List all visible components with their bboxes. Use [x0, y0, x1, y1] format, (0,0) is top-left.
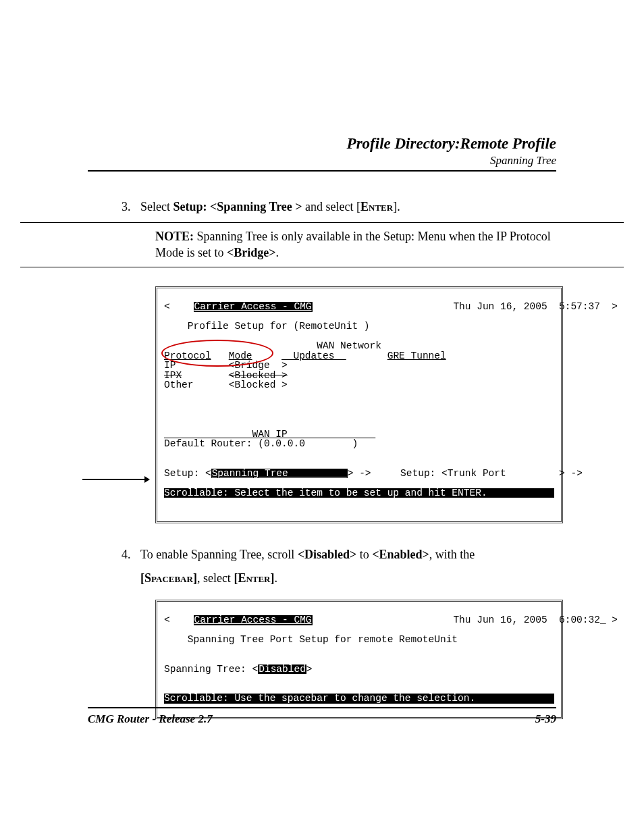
term-wanip-row: Default Router: (0.0.0.0 ) [164, 438, 358, 449]
term-angle: < [164, 301, 170, 312]
note-text: Spanning Tree is only available in the S… [155, 230, 551, 259]
header-subtitle: Spanning Tree [88, 154, 556, 167]
step-text: . [275, 571, 278, 585]
step-enabled: <Enabled> [372, 548, 429, 561]
header-rule [88, 170, 556, 172]
term-timestamp: Thu Jun 16, 2005 6:00:32_ [453, 615, 606, 625]
footer-left: CMG Router - Release 2.7 [88, 712, 213, 726]
term-cell: Other [164, 380, 194, 390]
step-4: 4.To enable Spanning Tree, scroll <Disab… [122, 546, 556, 563]
terminal-2: < Carrier Access - CMG Thu Jun 16, 2005 … [155, 600, 563, 720]
term-setup-post: > -> [348, 468, 371, 479]
arrow-pointer-icon [82, 474, 150, 475]
note-label: NOTE: [155, 230, 194, 243]
step-text: Select [140, 200, 173, 213]
term-line: Profile Setup for (RemoteUnit ) [164, 321, 370, 332]
term-line: Spanning Tree Port Setup for remote Remo… [164, 634, 458, 645]
term-status: Scrollable: Select the item to be set up… [164, 488, 487, 498]
enter-key: Enter [238, 571, 270, 585]
step-number: 3. [122, 199, 140, 215]
step-4-line2: [Spacebar], select [Enter]. [140, 570, 556, 587]
term-setup-label: Setup: < [164, 468, 211, 479]
term-title: Carrier Access - CMG [194, 615, 313, 625]
page-header: Profile Directory:Remote Profile Spannin… [88, 135, 556, 172]
spacebar-key: Spacebar [144, 571, 193, 585]
term-angle: < [164, 615, 170, 625]
term-setup-value: Spanning Tree [211, 469, 348, 479]
footer-right: 5-39 [535, 712, 556, 726]
terminal-1: < Carrier Access - CMG Thu Jun 16, 2005 … [155, 286, 563, 524]
step-setup-text: Setup: <Spanning Tree > [173, 200, 302, 213]
term-post: > [306, 664, 313, 675]
term-value: Disabled [258, 664, 306, 675]
footer-rule [88, 707, 556, 708]
term-col-updates: Updates [281, 350, 346, 361]
svg-marker-1 [144, 476, 150, 483]
step-disabled: <Disabled> [298, 548, 357, 561]
term-label: Spanning Tree: < [164, 664, 258, 675]
term-angle: > [612, 615, 618, 625]
step-3: 3.Select Setup: <Spanning Tree > and sel… [122, 199, 556, 215]
step-text: , with the [429, 548, 475, 561]
page-footer: CMG Router - Release 2.7 5-39 [88, 707, 556, 726]
step-enter-key: Enter [360, 200, 393, 213]
note-block: NOTE: Spanning Tree is only available in… [155, 228, 556, 261]
step-text: ]. [393, 200, 400, 213]
step-text: to [356, 548, 372, 561]
note-text: . [276, 246, 279, 259]
note-bridge: <Bridge> [227, 246, 276, 259]
term-status: Scrollable: Use the spacebar to change t… [164, 693, 475, 704]
divider [20, 222, 624, 223]
terminal-2-wrap: < Carrier Access - CMG Thu Jun 16, 2005 … [155, 600, 556, 720]
term-title: Carrier Access - CMG [194, 302, 313, 312]
term-angle: > [612, 301, 618, 312]
step-text: and select [ [302, 200, 360, 213]
step-text: , select [197, 571, 234, 585]
term-setup2: Setup: <Trunk Port > -> [400, 468, 583, 479]
divider [20, 267, 624, 267]
term-cell: <Blocked > [229, 380, 288, 390]
header-title: Profile Directory:Remote Profile [88, 135, 556, 153]
term-col-gre: GRE Tunnel [387, 350, 446, 361]
step-number: 4. [122, 546, 140, 563]
term-timestamp: Thu Jun 16, 2005 5:57:37 [453, 301, 600, 312]
step-text: To enable Spanning Tree, scroll [140, 548, 298, 561]
terminal-1-wrap: < Carrier Access - CMG Thu Jun 16, 2005 … [155, 286, 556, 524]
